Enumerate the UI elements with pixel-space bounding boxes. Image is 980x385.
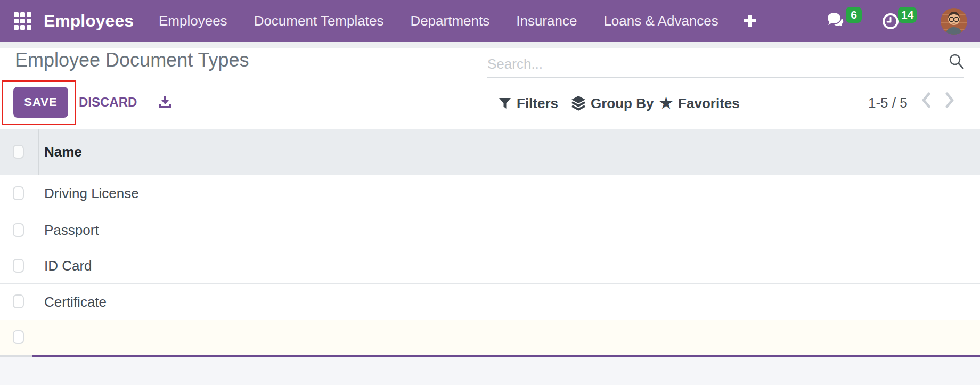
header-column-divider: [38, 129, 39, 175]
app-brand[interactable]: Employees: [44, 0, 134, 42]
navbar-bottom-band: [0, 42, 980, 48]
messages-badge: 6: [846, 7, 862, 23]
table-row[interactable]: Certificate: [0, 284, 980, 320]
top-navbar: Employees EmployeesDocument TemplatesDep…: [0, 0, 980, 42]
search-input[interactable]: [487, 51, 964, 78]
navbar-menu-item[interactable]: Loans & Advances: [603, 13, 718, 29]
navbar-menu-item[interactable]: Insurance: [516, 13, 577, 29]
pager-next-icon[interactable]: [943, 89, 957, 111]
group-by-label: Group By: [591, 95, 654, 112]
table-row[interactable]: Driving License: [0, 175, 980, 212]
row-checkbox[interactable]: [13, 259, 24, 273]
user-avatar[interactable]: [941, 8, 967, 35]
table-row[interactable]: ID Card: [0, 248, 980, 284]
discard-button[interactable]: DISCARD: [79, 87, 137, 118]
favorites-button[interactable]: ★ Favorites: [659, 94, 740, 113]
filters-label: Filters: [517, 95, 558, 112]
group-by-button[interactable]: Group By: [571, 94, 654, 113]
app-window: Employees EmployeesDocument TemplatesDep…: [0, 0, 980, 385]
activities-badge: 14: [898, 7, 917, 23]
table-row-new-record[interactable]: [0, 320, 980, 355]
new-record-name-input[interactable]: [44, 324, 939, 350]
save-button[interactable]: SAVE: [13, 87, 68, 118]
page-title: Employee Document Types: [15, 49, 249, 71]
star-icon: ★: [659, 96, 673, 111]
favorites-label: Favorites: [678, 95, 740, 112]
column-header-name[interactable]: Name: [44, 129, 82, 175]
export-icon[interactable]: [158, 95, 173, 109]
row-checkbox[interactable]: [13, 186, 24, 200]
pager-previous-icon[interactable]: [919, 89, 933, 111]
messages-icon[interactable]: [827, 12, 848, 29]
table-row[interactable]: Passport: [0, 212, 980, 248]
row-name-cell: Passport: [44, 212, 99, 248]
layers-icon: [571, 96, 585, 111]
navbar-menu: EmployeesDocument TemplatesDepartmentsIn…: [159, 0, 718, 42]
select-all-checkbox[interactable]: [13, 145, 24, 159]
row-checkbox[interactable]: [13, 223, 24, 237]
navbar-menu-item[interactable]: Employees: [159, 13, 227, 29]
apps-menu-icon[interactable]: [14, 12, 31, 30]
activities-clock-icon[interactable]: [882, 13, 899, 30]
search-icon[interactable]: [949, 53, 965, 70]
row-checkbox[interactable]: [13, 294, 24, 308]
funnel-icon: [499, 97, 511, 110]
navbar-menu-item[interactable]: Departments: [410, 13, 489, 29]
add-menu-plus-icon[interactable]: [742, 13, 757, 28]
navbar-menu-item[interactable]: Document Templates: [254, 13, 384, 29]
table-header: [0, 129, 980, 175]
pager-range: 1-5 / 5: [868, 95, 908, 111]
filters-button[interactable]: Filters: [499, 94, 558, 113]
row-name-cell: ID Card: [44, 248, 92, 284]
row-name-cell: Certificate: [44, 284, 107, 320]
row-checkbox[interactable]: [13, 330, 24, 344]
row-name-cell: Driving License: [44, 175, 139, 212]
content-footer-area: [0, 357, 980, 385]
